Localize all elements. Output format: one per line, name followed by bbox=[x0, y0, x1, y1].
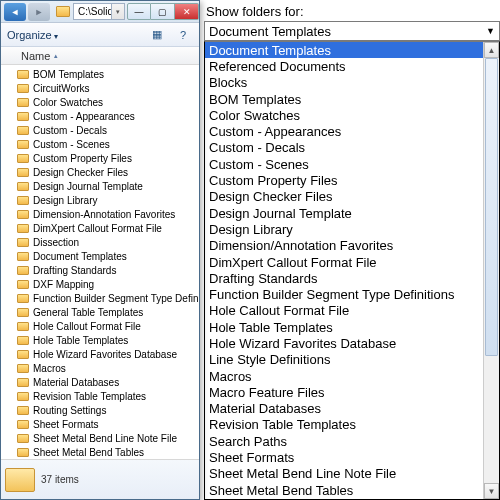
list-item[interactable]: DXF Mapping bbox=[1, 277, 199, 291]
address-bar[interactable]: C:\SolidWorks Custom bbox=[73, 3, 112, 20]
folder-icon bbox=[17, 238, 29, 247]
help-button[interactable]: ? bbox=[173, 26, 193, 44]
nav-buttons: ◄ ► bbox=[1, 3, 53, 21]
list-item[interactable]: Revision Table Templates bbox=[1, 389, 199, 403]
folder-icon bbox=[17, 322, 29, 331]
list-item[interactable]: Document Templates bbox=[1, 249, 199, 263]
item-label: DXF Mapping bbox=[33, 279, 94, 290]
file-list[interactable]: BOM TemplatesCircuitWorksColor SwatchesC… bbox=[1, 65, 199, 459]
item-label: BOM Templates bbox=[33, 69, 104, 80]
close-button[interactable]: ✕ bbox=[175, 3, 199, 20]
item-label: Routing Settings bbox=[33, 405, 106, 416]
list-item[interactable]: Custom - Appearances bbox=[205, 123, 483, 139]
scroll-down-button[interactable]: ▼ bbox=[484, 483, 499, 499]
column-header-name[interactable]: Name ▴ bbox=[1, 47, 199, 65]
views-button[interactable]: ▦ bbox=[147, 26, 167, 44]
folder-type-combobox[interactable]: Document Templates ▼ bbox=[204, 21, 500, 41]
list-item[interactable]: Design Journal Template bbox=[205, 205, 483, 221]
list-item[interactable]: Macro Feature Files bbox=[205, 384, 483, 400]
scroll-track[interactable] bbox=[484, 58, 499, 483]
list-item[interactable]: Sheet Metal Bend Tables bbox=[205, 482, 483, 498]
item-label: Dimension-Annotation Favorites bbox=[33, 209, 175, 220]
item-label: Color Swatches bbox=[33, 97, 103, 108]
list-item[interactable]: Revision Table Templates bbox=[205, 417, 483, 433]
list-item[interactable]: Hole Wizard Favorites Database bbox=[205, 335, 483, 351]
folder-icon bbox=[17, 98, 29, 107]
list-item[interactable]: Function Builder Segment Type Defini... bbox=[1, 291, 199, 305]
window-controls: — ▢ ✕ bbox=[127, 3, 199, 20]
folder-icon bbox=[17, 434, 29, 443]
list-item[interactable]: Color Swatches bbox=[205, 107, 483, 123]
list-item[interactable]: Sheet Metal Bend Line Note File bbox=[1, 431, 199, 445]
item-label: Hole Callout Format File bbox=[33, 321, 141, 332]
list-item[interactable]: Sheet Metal Bend Line Note File bbox=[205, 466, 483, 482]
list-item[interactable]: Custom - Decals bbox=[1, 123, 199, 137]
list-item[interactable]: Material Databases bbox=[205, 401, 483, 417]
list-item[interactable]: Sheet Formats bbox=[205, 449, 483, 465]
combobox-value: Document Templates bbox=[209, 24, 331, 39]
list-item[interactable]: Material Databases bbox=[1, 375, 199, 389]
list-item[interactable]: Document Templates bbox=[205, 42, 483, 58]
list-item[interactable]: Hole Table Templates bbox=[1, 333, 199, 347]
list-item[interactable]: Macros bbox=[1, 361, 199, 375]
list-item[interactable]: Dimension/Annotation Favorites bbox=[205, 238, 483, 254]
explorer-window: ◄ ► C:\SolidWorks Custom ▾ — ▢ ✕ Organiz… bbox=[0, 0, 200, 500]
list-item[interactable]: Custom - Scenes bbox=[1, 137, 199, 151]
list-item[interactable]: Dissection bbox=[1, 235, 199, 249]
list-item[interactable]: Sheet Metal Bend Tables bbox=[1, 445, 199, 459]
address-dropdown[interactable]: ▾ bbox=[112, 3, 125, 20]
list-item[interactable]: Hole Callout Format File bbox=[205, 303, 483, 319]
list-item[interactable]: Hole Wizard Favorites Database bbox=[1, 347, 199, 361]
list-item[interactable]: Design Journal Template bbox=[1, 179, 199, 193]
list-item[interactable]: CircuitWorks bbox=[1, 81, 199, 95]
list-item[interactable]: Blocks bbox=[205, 75, 483, 91]
list-item[interactable]: BOM Templates bbox=[205, 91, 483, 107]
list-item[interactable]: Design Library bbox=[1, 193, 199, 207]
list-item[interactable]: Design Checker Files bbox=[1, 165, 199, 179]
list-item[interactable]: Custom - Scenes bbox=[205, 156, 483, 172]
folder-icon bbox=[17, 294, 29, 303]
item-label: Macros bbox=[33, 363, 66, 374]
list-item[interactable]: Custom Property Files bbox=[205, 172, 483, 188]
list-item[interactable]: Sheet Formats bbox=[1, 417, 199, 431]
item-label: Function Builder Segment Type Defini... bbox=[33, 293, 199, 304]
list-item[interactable]: BOM Templates bbox=[1, 67, 199, 81]
list-item[interactable]: Function Builder Segment Type Definition… bbox=[205, 286, 483, 302]
list-item[interactable]: Color Swatches bbox=[1, 95, 199, 109]
list-item[interactable]: Hole Callout Format File bbox=[1, 319, 199, 333]
scrollbar[interactable]: ▲ ▼ bbox=[483, 42, 499, 499]
minimize-button[interactable]: — bbox=[127, 3, 151, 20]
item-label: Design Library bbox=[33, 195, 97, 206]
list-item[interactable]: Drafting Standards bbox=[205, 270, 483, 286]
organize-menu[interactable]: Organize bbox=[7, 29, 58, 41]
list-item[interactable]: Referenced Documents bbox=[205, 58, 483, 74]
list-item[interactable]: Search Paths bbox=[205, 433, 483, 449]
list-item[interactable]: Design Library bbox=[205, 221, 483, 237]
panel-label: Show folders for: bbox=[204, 2, 500, 21]
list-item[interactable]: Drafting Standards bbox=[1, 263, 199, 277]
scroll-thumb[interactable] bbox=[485, 58, 498, 356]
item-label: Custom - Scenes bbox=[33, 139, 110, 150]
item-label: Material Databases bbox=[33, 377, 119, 388]
list-item[interactable]: Routing Settings bbox=[1, 403, 199, 417]
list-item[interactable]: Custom - Appearances bbox=[1, 109, 199, 123]
maximize-button[interactable]: ▢ bbox=[151, 3, 175, 20]
scroll-up-button[interactable]: ▲ bbox=[484, 42, 499, 58]
list-item[interactable]: Custom - Decals bbox=[205, 140, 483, 156]
list-item[interactable]: DimXpert Callout Format File bbox=[1, 221, 199, 235]
back-button[interactable]: ◄ bbox=[4, 3, 26, 21]
list-item[interactable]: General Table Templates bbox=[1, 305, 199, 319]
list-item[interactable]: Line Style Definitions bbox=[205, 352, 483, 368]
folder-icon bbox=[17, 224, 29, 233]
column-label: Name bbox=[21, 50, 50, 62]
list-item[interactable]: Sheet Metal Gauge Table bbox=[205, 498, 483, 499]
list-item[interactable]: Hole Table Templates bbox=[205, 319, 483, 335]
list-item[interactable]: Custom Property Files bbox=[1, 151, 199, 165]
forward-button[interactable]: ► bbox=[28, 3, 50, 21]
list-item[interactable]: Macros bbox=[205, 368, 483, 384]
list-item[interactable]: Dimension-Annotation Favorites bbox=[1, 207, 199, 221]
list-item[interactable]: Design Checker Files bbox=[205, 189, 483, 205]
item-label: General Table Templates bbox=[33, 307, 143, 318]
item-label: Sheet Metal Bend Tables bbox=[33, 447, 144, 458]
list-item[interactable]: DimXpert Callout Format File bbox=[205, 254, 483, 270]
